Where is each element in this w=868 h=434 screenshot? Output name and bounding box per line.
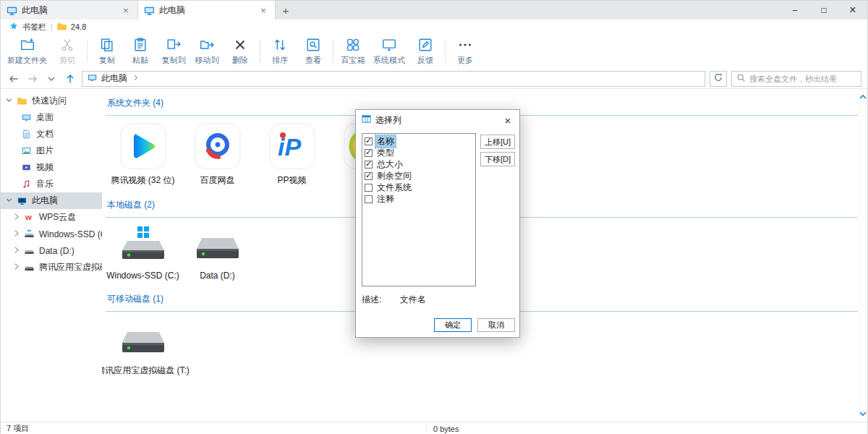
copy-button[interactable]: 复制 (90, 35, 124, 68)
toolbox-button[interactable]: 百宝箱 (336, 35, 370, 68)
scroll-down-icon[interactable] (858, 409, 867, 419)
move-to-button[interactable]: 移动到 (190, 35, 224, 68)
tab-this-pc-2[interactable]: 此电脑 × (138, 1, 276, 20)
chevron-down-icon[interactable] (4, 195, 14, 207)
refresh-button[interactable] (710, 71, 727, 87)
toolbar-separator (333, 40, 333, 63)
app-tile-pp-video[interactable]: iP PP视频 (255, 123, 329, 187)
search-box[interactable] (731, 71, 861, 87)
sidebar-item-pictures[interactable]: 图片 (1, 142, 102, 159)
forward-button[interactable] (25, 72, 40, 86)
app-tile-baidu-netdisk[interactable]: 百度网盘 (180, 123, 255, 187)
sidebar-item-label: 腾讯应用宝虚拟磁盘 (T: (39, 261, 102, 273)
move-up-button[interactable]: 上移[U] (480, 135, 515, 149)
back-button[interactable] (7, 72, 21, 86)
copy-label: 复制 (99, 55, 115, 66)
folder-icon[interactable] (57, 22, 67, 33)
tab-close-icon[interactable]: × (258, 5, 269, 16)
chevron-right-icon[interactable] (12, 212, 21, 224)
refresh-icon (713, 72, 723, 85)
feedback-button[interactable]: 反馈 (409, 35, 442, 68)
move-down-button[interactable]: 下移[D] (480, 152, 515, 166)
chevron-right-icon[interactable] (12, 245, 21, 257)
view-label: 查看 (305, 55, 321, 66)
apps-grid-icon (345, 37, 361, 53)
column-item-total-size[interactable]: 总大小 (363, 158, 475, 170)
minimize-button[interactable]: – (780, 1, 809, 20)
video-icon (22, 163, 33, 172)
columns-list[interactable]: 名称 类型 总大小 剩余空间 文件系统 注释 (362, 133, 476, 286)
toolbar-separator (260, 40, 260, 63)
search-input[interactable] (749, 75, 856, 83)
up-button[interactable] (63, 72, 77, 86)
address-bar: 此电脑 (1, 69, 867, 89)
sidebar-item-label: 文档 (36, 128, 54, 140)
checkbox[interactable] (365, 195, 373, 203)
tab-label: 此电脑 (22, 4, 116, 17)
history-chevron-icon[interactable] (44, 72, 59, 86)
checkbox[interactable] (365, 137, 373, 145)
checkbox[interactable] (365, 149, 373, 157)
column-item-free-space[interactable]: 剩余空间 (363, 170, 475, 182)
sidebar-group-this-pc[interactable]: 此电脑 (1, 192, 102, 209)
tab-this-pc-1[interactable]: 此电脑 × (1, 1, 138, 20)
app-tile-tencent-video[interactable]: 腾讯视频 (32 位) (106, 123, 180, 187)
sidebar-item-music[interactable]: 音乐 (1, 176, 102, 192)
dialog-titlebar[interactable]: 选择列 × (356, 110, 519, 130)
scroll-up-icon[interactable] (858, 92, 867, 102)
sort-button[interactable]: 排序 (263, 35, 297, 68)
checkbox[interactable] (365, 161, 373, 169)
column-item-comment[interactable]: 注释 (363, 193, 475, 205)
sidebar-item-desktop[interactable]: 桌面 (1, 109, 102, 126)
dialog-close-button[interactable]: × (496, 110, 519, 130)
sidebar-item-data-drive[interactable]: Data (D:) (1, 242, 102, 259)
system-mode-button[interactable]: 系统模式 (370, 35, 409, 68)
cut-button[interactable]: 剪切 (51, 35, 84, 68)
checkbox[interactable] (365, 184, 373, 192)
status-bar: 7 项目 0 bytes (1, 422, 867, 434)
view-button[interactable]: 查看 (297, 35, 330, 68)
ok-button[interactable]: 确定 (434, 318, 472, 332)
sidebar-item-label: 视频 (36, 161, 54, 174)
drive-tile-data[interactable]: Data (D:) (180, 225, 255, 281)
chevron-right-icon[interactable] (12, 229, 21, 240)
sidebar-item-videos[interactable]: 视频 (1, 159, 102, 176)
column-item-file-system[interactable]: 文件系统 (363, 182, 475, 193)
bookmark-bar-label[interactable]: 书签栏 (22, 22, 46, 33)
maximize-button[interactable]: □ (809, 1, 838, 20)
file-manager-window: 此电脑 × 此电脑 × + – □ × 书签栏 | 24.8 (0, 0, 868, 434)
star-icon[interactable] (9, 22, 18, 32)
new-folder-button[interactable]: 新建文件夹 (4, 35, 51, 68)
tile-label: 腾讯视频 (32 位) (111, 174, 174, 187)
paste-button[interactable]: 粘贴 (124, 35, 157, 68)
sidebar-group-quick-access[interactable]: 快速访问 (1, 93, 102, 109)
checkbox[interactable] (365, 172, 373, 180)
window-controls: – □ × (780, 1, 867, 20)
sidebar-item-wps-cloud[interactable]: W WPS云盘 (1, 209, 102, 226)
sidebar-item-virtual-drive[interactable]: 腾讯应用宝虚拟磁盘 (T: (1, 259, 102, 276)
column-item-type[interactable]: 类型 (363, 147, 475, 158)
breadcrumb[interactable]: 此电脑 (82, 71, 705, 87)
tab-close-icon[interactable]: × (120, 5, 132, 16)
sidebar-item-documents[interactable]: 文档 (1, 126, 102, 142)
new-tab-button[interactable]: + (276, 1, 296, 20)
chevron-down-icon[interactable] (4, 95, 14, 107)
cancel-button[interactable]: 取消 (477, 318, 515, 332)
drive-tile-virtual[interactable]: 腾讯应用宝虚拟磁盘 (T:) (106, 319, 180, 377)
close-button[interactable]: × (838, 1, 867, 20)
column-item-name[interactable]: 名称 (363, 135, 475, 147)
chevron-right-icon[interactable] (12, 262, 21, 273)
breadcrumb-item[interactable]: 此电脑 (101, 72, 127, 85)
chevron-right-icon[interactable] (132, 74, 140, 84)
delete-button[interactable]: 删除 (224, 35, 257, 68)
sidebar-item-windows-ssd[interactable]: Windows-SSD (C:) (1, 226, 102, 242)
view-magnifier-icon (305, 37, 321, 53)
sidebar-item-label: 图片 (36, 145, 54, 157)
ellipsis-icon (457, 37, 473, 53)
copy-to-button[interactable]: 复制到 (157, 35, 190, 68)
drive-tile-windows-ssd[interactable]: Windows-SSD (C:) (106, 225, 180, 281)
vertical-scrollbar[interactable] (858, 89, 867, 422)
feedback-label: 反馈 (417, 55, 433, 66)
more-button[interactable]: 更多 (448, 35, 482, 68)
bookmark-version[interactable]: 24.8 (71, 22, 86, 31)
